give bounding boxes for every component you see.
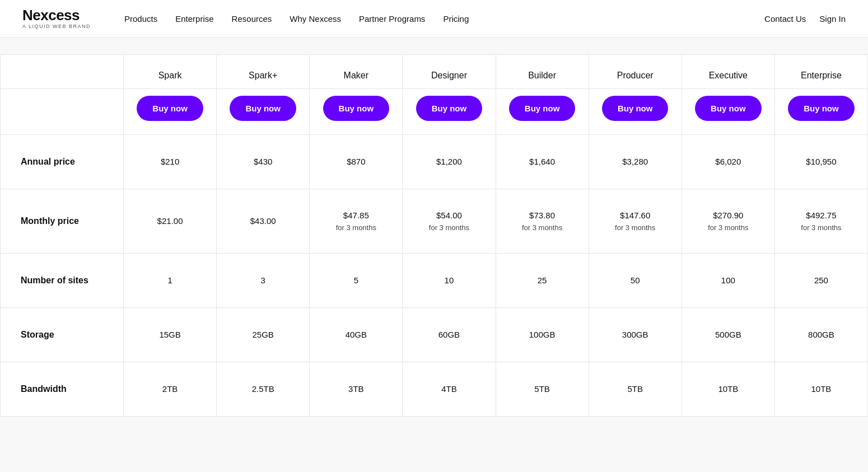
cell-4-7: 10TB: [774, 362, 867, 417]
nav-link-enterprise[interactable]: Enterprise: [175, 14, 213, 24]
cell-4-3: 4TB: [403, 362, 496, 417]
cell-2-5: 50: [589, 254, 682, 308]
nav-link-pricing[interactable]: Pricing: [443, 14, 469, 24]
nav-link-products[interactable]: Products: [124, 14, 157, 24]
cell-note-1-2: for 3 months: [315, 222, 396, 233]
row-bandwidth: Bandwidth2TB2.5TB3TB4TB5TB5TB10TB10TB: [1, 362, 868, 417]
cell-note-1-7: for 3 months: [781, 222, 862, 233]
cell-4-5: 5TB: [589, 362, 682, 417]
buy-now-button-maker[interactable]: Buy now: [323, 96, 390, 121]
cell-0-0: $210: [124, 135, 217, 189]
cell-0-7: $10,950: [774, 135, 867, 189]
cell-1-5: $147.60for 3 months: [589, 189, 682, 254]
cell-2-3: 10: [403, 254, 496, 308]
header-label-col: [1, 55, 124, 89]
row-monthly-price: Monthly price$21.00$43.00$47.85for 3 mon…: [1, 189, 868, 254]
plan-header-spark: Spark: [124, 55, 217, 89]
cell-0-5: $3,280: [589, 135, 682, 189]
cell-1-1: $43.00: [217, 189, 310, 254]
row-label-3: Storage: [1, 308, 124, 362]
cell-2-0: 1: [124, 254, 217, 308]
cell-2-1: 3: [217, 254, 310, 308]
cell-3-2: 40GB: [310, 308, 403, 362]
row-label-4: Bandwidth: [1, 362, 124, 417]
nav-link-contact-us[interactable]: Contact Us: [764, 14, 806, 24]
row-annual-price: Annual price$210$430$870$1,200$1,640$3,2…: [1, 135, 868, 189]
nav-link-sign-in[interactable]: Sign In: [819, 14, 846, 24]
logo: Nexcess A LIQUID WEB BRAND: [22, 8, 91, 29]
cell-1-7: $492.75for 3 months: [774, 189, 867, 254]
row-storage: Storage15GB25GB40GB60GB100GB300GB500GB80…: [1, 308, 868, 362]
row-number-of-sites: Number of sites135102550100250: [1, 254, 868, 308]
cell-3-1: 25GB: [217, 308, 310, 362]
cell-note-1-6: for 3 months: [688, 222, 769, 233]
cell-0-6: $6,020: [682, 135, 774, 189]
cell-4-6: 10TB: [682, 362, 774, 417]
cell-4-1: 2.5TB: [217, 362, 310, 417]
buy-now-button-spark[interactable]: Buy now: [137, 96, 203, 121]
cell-4-2: 3TB: [310, 362, 403, 417]
main-nav: Nexcess A LIQUID WEB BRAND ProductsEnter…: [0, 0, 868, 38]
buy-now-button-builder[interactable]: Buy now: [509, 96, 576, 121]
plan-header-builder: Builder: [496, 55, 589, 89]
cell-1-3: $54.00for 3 months: [403, 189, 496, 254]
buy-now-button-enterprise[interactable]: Buy now: [788, 96, 855, 121]
cell-4-0: 2TB: [124, 362, 217, 417]
cell-1-2: $47.85for 3 months: [310, 189, 403, 254]
pricing-table: SparkSpark+MakerDesignerBuilderProducerE…: [0, 54, 868, 417]
cell-1-6: $270.90for 3 months: [682, 189, 774, 254]
buy-now-button-producer[interactable]: Buy now: [602, 96, 669, 121]
buy-now-button-executive[interactable]: Buy now: [695, 96, 762, 121]
cell-4-4: 5TB: [496, 362, 589, 417]
cell-0-1: $430: [217, 135, 310, 189]
cell-0-4: $1,640: [496, 135, 589, 189]
cell-2-2: 5: [310, 254, 403, 308]
main-content: SparkSpark+MakerDesignerBuilderProducerE…: [0, 38, 868, 439]
buy-now-button-designer[interactable]: Buy now: [416, 96, 483, 121]
nav-link-resources[interactable]: Resources: [232, 14, 272, 24]
logo-sub: A LIQUID WEB BRAND: [22, 24, 91, 29]
cell-3-5: 300GB: [589, 308, 682, 362]
plan-header-maker: Maker: [310, 55, 403, 89]
nav-links: ProductsEnterpriseResourcesWhy NexcessPa…: [124, 14, 764, 24]
cell-2-4: 25: [496, 254, 589, 308]
cell-3-0: 15GB: [124, 308, 217, 362]
cell-3-3: 60GB: [403, 308, 496, 362]
row-label-1: Monthly price: [1, 189, 124, 254]
nav-link-why-nexcess[interactable]: Why Nexcess: [290, 14, 341, 24]
plan-header-enterprise: Enterprise: [774, 55, 867, 89]
cell-note-1-5: for 3 months: [595, 222, 676, 233]
cell-0-3: $1,200: [403, 135, 496, 189]
cell-note-1-3: for 3 months: [408, 222, 489, 233]
cell-0-2: $870: [310, 135, 403, 189]
cell-1-4: $73.80for 3 months: [496, 189, 589, 254]
logo-name: Nexcess: [22, 8, 91, 22]
row-label-0: Annual price: [1, 135, 124, 189]
row-label-2: Number of sites: [1, 254, 124, 308]
nav-link-partner-programs[interactable]: Partner Programs: [359, 14, 425, 24]
buy-now-button-sparkplus[interactable]: Buy now: [230, 96, 296, 121]
plan-header-designer: Designer: [403, 55, 496, 89]
plan-header-sparkplus: Spark+: [217, 55, 310, 89]
cell-2-6: 100: [682, 254, 774, 308]
cell-1-0: $21.00: [124, 189, 217, 254]
cell-3-7: 800GB: [774, 308, 867, 362]
plan-header-producer: Producer: [589, 55, 682, 89]
cell-3-4: 100GB: [496, 308, 589, 362]
cell-note-1-4: for 3 months: [502, 222, 583, 233]
cell-2-7: 250: [774, 254, 867, 308]
cell-3-6: 500GB: [682, 308, 774, 362]
plan-header-executive: Executive: [682, 55, 774, 89]
nav-right: Contact UsSign In: [764, 14, 846, 24]
